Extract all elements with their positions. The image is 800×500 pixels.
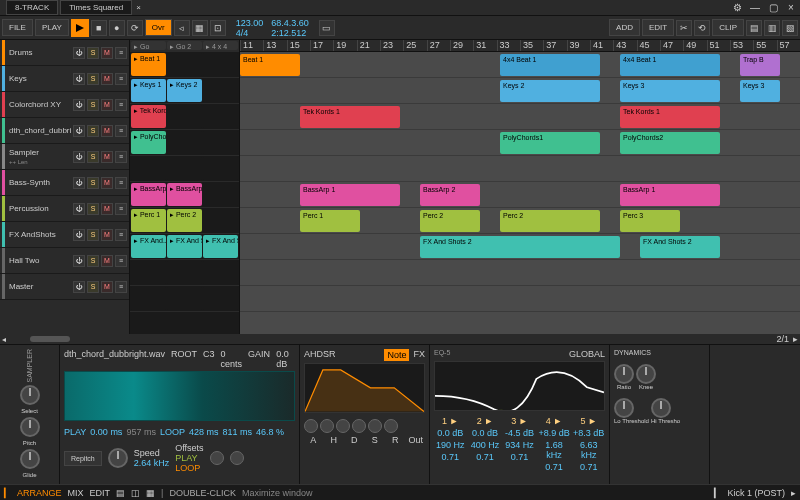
arrangement-track[interactable] [240, 286, 800, 312]
lo-threshold-knob[interactable] [614, 398, 634, 418]
launcher-clip[interactable]: ▸ FX And... [131, 235, 166, 258]
eq-band-2[interactable]: 2 ►0.0 dB400 Hz0.71 [469, 415, 502, 473]
launcher-clip[interactable]: ▸ Perc 1 [131, 209, 166, 232]
launcher-clip[interactable]: ▸ Beat 1 [131, 53, 166, 76]
track-menu-icon[interactable]: ≡ [115, 177, 127, 189]
link-icon[interactable]: ⟲ [694, 20, 710, 36]
arrangement-clip[interactable]: Beat 1 [240, 54, 300, 76]
arrangement-clip[interactable]: Tek Kords 1 [620, 106, 720, 128]
solo-button[interactable]: S [87, 177, 99, 189]
launcher-clip[interactable]: ▸ PolyChords1 [131, 131, 166, 154]
track-header[interactable]: FX AndShots⏻SM≡ [0, 222, 129, 248]
launcher-clip[interactable] [203, 183, 238, 206]
record-button[interactable]: ● [109, 20, 125, 36]
solo-button[interactable]: S [87, 73, 99, 85]
document-tab[interactable]: Times Squared [60, 0, 132, 15]
mute-button[interactable]: M [101, 203, 113, 215]
overdub-button[interactable]: Ovr [145, 19, 172, 36]
launcher-clip[interactable] [167, 131, 202, 154]
launcher-clip[interactable] [203, 53, 238, 76]
arrangement-clip[interactable]: Perc 2 [420, 210, 480, 232]
maximize-icon[interactable]: ▢ [768, 3, 778, 13]
launcher-clip[interactable] [167, 105, 202, 128]
play-button[interactable] [71, 19, 89, 37]
tool-c-icon[interactable]: ▧ [782, 20, 798, 36]
solo-button[interactable]: S [87, 151, 99, 163]
track-menu-icon[interactable]: ≡ [115, 125, 127, 137]
track-power[interactable]: ⏻ [73, 229, 85, 241]
tool-b-icon[interactable]: ▥ [764, 20, 780, 36]
launcher-clip[interactable]: ▸ BassArp 1 [131, 183, 166, 206]
pitch-knob[interactable] [20, 417, 40, 437]
mute-button[interactable]: M [101, 255, 113, 267]
track-power[interactable]: ⏻ [73, 203, 85, 215]
automation-write-button[interactable]: ⟳ [127, 20, 143, 36]
track-header[interactable]: Colorchord XY⏻SM≡ [0, 92, 129, 118]
solo-button[interactable]: S [87, 125, 99, 137]
env-knob-S[interactable] [352, 419, 366, 433]
arrangement-clip[interactable]: BassArp 1 [300, 184, 400, 206]
select-knob[interactable] [20, 385, 40, 405]
hi-threshold-knob[interactable] [651, 398, 671, 418]
metronome-icon[interactable]: ◃ [174, 20, 190, 36]
launcher-clip[interactable]: ▸ FX And Sho... [203, 235, 238, 258]
arrangement-clip[interactable]: BassArp 1 [620, 184, 720, 206]
preroll-icon[interactable]: ▦ [192, 20, 208, 36]
track-header[interactable]: Bass-Synth⏻SM≡ [0, 170, 129, 196]
launcher-clip[interactable] [167, 53, 202, 76]
launcher-clip[interactable]: ▸ Keys 1 [131, 79, 166, 102]
panel-icon-2[interactable]: ◫ [131, 488, 140, 498]
launcher-clip[interactable]: ▸ Keys 2 [167, 79, 202, 102]
arrangement-view[interactable]: 1113151719212325272931333537394143454749… [240, 40, 800, 334]
track-menu-icon[interactable]: ≡ [115, 255, 127, 267]
launcher-clip[interactable] [203, 105, 238, 128]
track-header[interactable]: Hall Two⏻SM≡ [0, 248, 129, 274]
panel-icon-1[interactable]: ▤ [116, 488, 125, 498]
track-power[interactable]: ⏻ [73, 177, 85, 189]
envelope-graph[interactable] [304, 363, 425, 413]
fx-tab[interactable]: FX [413, 349, 425, 361]
mute-button[interactable]: M [101, 151, 113, 163]
track-header[interactable]: Percussion⏻SM≡ [0, 196, 129, 222]
arrangement-clip[interactable]: Keys 2 [500, 80, 600, 102]
launcher-clip[interactable] [167, 287, 202, 310]
track-power[interactable]: ⏻ [73, 281, 85, 293]
track-menu-icon[interactable]: ≡ [115, 99, 127, 111]
mute-button[interactable]: M [101, 73, 113, 85]
timeline-ruler[interactable]: 1113151719212325272931333537394143454749… [240, 40, 800, 52]
launcher-clip[interactable] [167, 261, 202, 284]
play-label-button[interactable]: PLAY [35, 19, 69, 36]
solo-button[interactable]: S [87, 47, 99, 59]
track-header[interactable]: Sampler++ Len⏻SM≡ [0, 144, 129, 170]
launcher-clip[interactable] [167, 157, 202, 180]
launcher-clip[interactable] [131, 287, 166, 310]
arrangement-track[interactable]: Beat 14x4 Beat 14x4 Beat 1Trap B [240, 52, 800, 78]
arrangement-track[interactable]: Keys 2Keys 3Keys 3 [240, 78, 800, 104]
launcher-clip[interactable] [203, 261, 238, 284]
track-menu-icon[interactable]: ≡ [115, 151, 127, 163]
speed-knob[interactable] [108, 448, 128, 468]
eq-band-1[interactable]: 1 ►0.0 dB190 Hz0.71 [434, 415, 467, 473]
launcher-clip[interactable] [203, 157, 238, 180]
edit-button[interactable]: EDIT [642, 19, 674, 36]
launcher-clip[interactable] [203, 287, 238, 310]
eq-band-5[interactable]: 5 ►+8.3 dB6.63 kHz0.71 [572, 415, 605, 473]
track-header[interactable]: Master⏻SM≡ [0, 274, 129, 300]
eq-band-3[interactable]: 3 ►-4.5 dB934 Hz0.71 [503, 415, 536, 473]
solo-button[interactable]: S [87, 203, 99, 215]
arrangement-clip[interactable]: Perc 3 [620, 210, 680, 232]
launcher-clip[interactable] [203, 209, 238, 232]
track-menu-icon[interactable]: ≡ [115, 229, 127, 241]
arrangement-track[interactable]: Tek Kords 1Tek Kords 1 [240, 104, 800, 130]
launcher-clip[interactable]: ▸ FX And Sho... [167, 235, 202, 258]
ratio-knob[interactable] [614, 364, 634, 384]
app-name-tab[interactable]: 8-TRACK [6, 0, 58, 15]
arrangement-clip[interactable]: Keys 3 [740, 80, 780, 102]
add-button[interactable]: ADD [609, 19, 640, 36]
track-menu-icon[interactable]: ≡ [115, 73, 127, 85]
edit-tab[interactable]: EDIT [90, 488, 111, 498]
note-tab[interactable]: Note [384, 349, 409, 361]
glide-knob[interactable] [20, 449, 40, 469]
panel-icon-3[interactable]: ▦ [146, 488, 155, 498]
env-knob-D[interactable] [336, 419, 350, 433]
